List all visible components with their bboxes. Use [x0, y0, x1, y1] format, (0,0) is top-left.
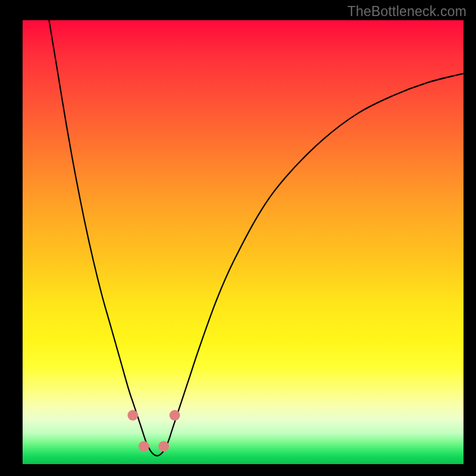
watermark-text: TheBottleneck.com — [347, 4, 466, 20]
chart-frame: TheBottleneck.com — [0, 0, 476, 476]
right-upper-dot — [170, 410, 180, 421]
left-lower-dot — [139, 441, 149, 452]
series-curve — [49, 20, 464, 456]
right-lower-dot — [158, 441, 169, 452]
left-upper-dot — [127, 410, 138, 421]
curve-layer — [23, 20, 464, 464]
plot-area — [23, 20, 464, 464]
